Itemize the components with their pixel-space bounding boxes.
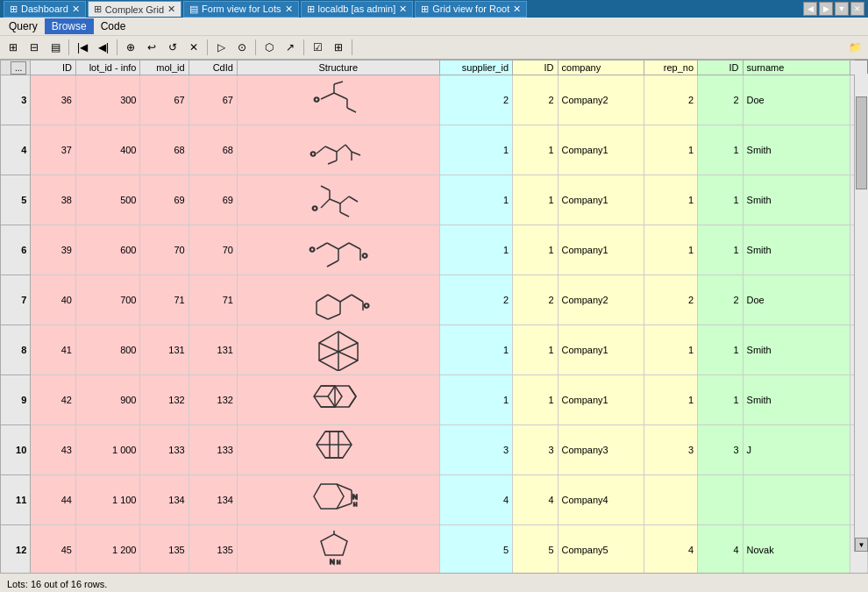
cell-surname: Smith [743, 125, 850, 175]
header-repno[interactable]: rep_no [644, 61, 697, 75]
tab-form-lots[interactable]: ▤ Form view for Lots ✕ [183, 1, 298, 18]
cell-id: 39 [31, 225, 76, 275]
cell-cdid: 135 [189, 525, 237, 574]
table-row[interactable]: 6 39 600 70 70 OO 1 1 Company1 1 1 Smith [1, 225, 868, 275]
header-rownum[interactable]: ... [1, 61, 31, 75]
nav-prev-btn[interactable]: ◀| [94, 38, 113, 57]
cell-supplier: 1 [439, 375, 512, 425]
form-icon-btn[interactable]: ▤ [46, 38, 65, 57]
sep6 [352, 39, 352, 55]
header-id3[interactable]: ID [698, 61, 743, 75]
menu-browse[interactable]: Browse [45, 18, 94, 34]
table-row[interactable]: 5 38 500 69 69 O 1 1 Company1 1 1 Smith [1, 175, 868, 225]
prev-btn[interactable]: ◀ [803, 2, 817, 16]
cell-lot: 700 [75, 275, 140, 325]
cell-supplier: 1 [439, 325, 512, 375]
table-row[interactable]: 4 37 400 68 68 O 1 1 Company1 1 1 Smith [1, 125, 868, 175]
grid2-icon-btn[interactable]: ⊟ [25, 38, 44, 57]
title-bar: ⊞ Dashboard ✕ ⊞ Complex Grid ✕ ▤ Form vi… [0, 0, 868, 18]
cell-lot: 800 [75, 325, 140, 375]
tab-localdb[interactable]: ⊞ localdb [as admin] ✕ [301, 1, 414, 18]
svg-text:H: H [353, 502, 357, 507]
sep2 [117, 39, 117, 55]
svg-line-30 [349, 243, 360, 249]
export-btn[interactable]: ↗ [281, 38, 300, 57]
cell-id2: 1 [513, 375, 559, 425]
dots-button[interactable]: ... [11, 61, 26, 75]
nav-first-btn[interactable]: |◀ [73, 38, 92, 57]
tab-grid-root[interactable]: ⊞ Grid view for Root ✕ [415, 1, 527, 18]
header-molid[interactable]: mol_id [140, 61, 189, 75]
table-btn[interactable]: ⊞ [329, 38, 348, 57]
header-cdid[interactable]: CdId [189, 61, 237, 75]
cell-id: 37 [31, 125, 76, 175]
toolbar-area: Query Browse Code ⊞ ⊟ ▤ |◀ ◀| ⊕ ↩ ↺ ✕ ▷ … [0, 18, 868, 60]
header-id2[interactable]: ID [513, 61, 559, 75]
header-supplier[interactable]: supplier_id [439, 61, 512, 75]
tab-close-icon2[interactable]: ✕ [167, 4, 175, 15]
header-company[interactable]: company [558, 61, 644, 75]
cell-id2: 2 [513, 75, 559, 125]
cell-id2: 2 [513, 275, 559, 325]
filter-btn[interactable]: ⬡ [260, 38, 279, 57]
tab-dashboard[interactable]: ⊞ Dashboard ✕ [4, 1, 86, 18]
scroll-thumb[interactable] [856, 96, 867, 189]
folder-btn[interactable]: 📁 [845, 38, 864, 57]
header-lot[interactable]: lot_id - info [75, 61, 140, 75]
delete-btn[interactable]: ✕ [184, 38, 203, 57]
vertical-scrollbar[interactable]: ▲ ▼ [854, 60, 868, 552]
scroll-track[interactable] [855, 74, 868, 538]
svg-text:O: O [312, 204, 317, 212]
tab-close-icon4[interactable]: ✕ [399, 4, 407, 15]
cell-id: 40 [31, 275, 76, 325]
cell-supplier: 1 [439, 175, 512, 225]
cell-repno: 2 [644, 275, 697, 325]
menu-btn[interactable]: ▼ [835, 2, 849, 16]
table-row[interactable]: 11 44 1 100 134 134 N H 4 4 Company4 [1, 475, 868, 525]
table-row[interactable]: 3 36 300 67 67 O 2 2 Company2 2 2 Doe [1, 75, 868, 125]
table-row[interactable]: 7 40 700 71 71 O 2 2 Company2 2 2 Doe [1, 275, 868, 325]
complex-grid-icon: ⊞ [94, 4, 102, 15]
check-btn[interactable]: ☑ [308, 38, 327, 57]
cell-surname: Novak [743, 525, 850, 574]
add-btn[interactable]: ⊕ [121, 38, 140, 57]
run-btn[interactable]: ▷ [211, 38, 231, 57]
status-bar: Lots: 16 out of 16 rows. [0, 573, 868, 592]
next-btn[interactable]: ▶ [819, 2, 833, 16]
tab-complex-grid-label: Complex Grid [105, 4, 164, 15]
cell-surname: Smith [743, 375, 850, 425]
stop-btn[interactable]: ⊙ [232, 38, 252, 57]
tab-close-icon[interactable]: ✕ [72, 4, 80, 15]
sep5 [303, 39, 304, 55]
table-row[interactable]: 10 43 1 000 133 133 3 3 Company3 3 3 J [1, 425, 868, 475]
table-row[interactable]: 8 41 800 131 131 1 1 Company1 1 1 Smith [1, 325, 868, 375]
header-surname[interactable]: surname [743, 61, 850, 75]
svg-line-21 [340, 212, 349, 217]
tab-close-icon3[interactable]: ✕ [285, 4, 293, 15]
cell-id: 38 [31, 175, 76, 225]
table-row[interactable]: 9 42 900 132 132 1 1 Company1 1 1 Smith [1, 375, 868, 425]
cell-lot: 900 [75, 375, 140, 425]
cell-id3: 1 [698, 125, 743, 175]
header-id[interactable]: ID [31, 61, 76, 75]
cell-id3: 4 [698, 525, 743, 574]
cell-id2: 5 [513, 525, 559, 574]
cell-id2: 1 [513, 325, 559, 375]
cell-repno: 2 [644, 75, 697, 125]
scroll-down-btn[interactable]: ▼ [855, 538, 868, 552]
undo-btn[interactable]: ↩ [142, 38, 161, 57]
table-row[interactable]: 12 45 1 200 135 135 N H 5 5 Company5 4 4… [1, 525, 868, 574]
close-btn[interactable]: ✕ [850, 2, 864, 16]
menu-query[interactable]: Query [2, 18, 45, 34]
cell-molid: 70 [140, 225, 189, 275]
grid-container: ... ID lot_id - info mol_id CdId Structu… [0, 60, 868, 573]
header-structure[interactable]: Structure [237, 61, 439, 75]
menu-code[interactable]: Code [94, 18, 133, 34]
cell-id2: 3 [513, 425, 559, 475]
tab-close-icon5[interactable]: ✕ [513, 4, 521, 15]
tab-complex-grid[interactable]: ⊞ Complex Grid ✕ [88, 1, 181, 17]
grid-icon-btn[interactable]: ⊞ [4, 38, 23, 57]
refresh-btn[interactable]: ↺ [163, 38, 182, 57]
grid-scroll[interactable]: ... ID lot_id - info mol_id CdId Structu… [0, 60, 868, 573]
cell-supplier: 1 [439, 125, 512, 175]
